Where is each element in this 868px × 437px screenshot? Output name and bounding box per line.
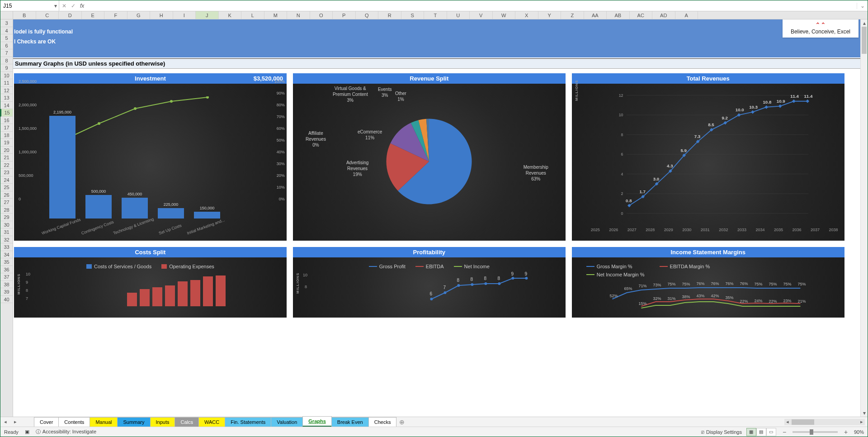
name-box-input[interactable] (3, 3, 56, 9)
col-header-V[interactable]: V (470, 11, 493, 19)
row-header-6[interactable]: 6 (0, 42, 13, 50)
col-header-U[interactable]: U (447, 11, 470, 19)
row-header-37[interactable]: 37 (0, 273, 13, 281)
col-header-E[interactable]: E (82, 11, 105, 19)
row-header-38[interactable]: 38 (0, 281, 13, 289)
col-header-N[interactable]: N (287, 11, 310, 19)
row-header-15[interactable]: 15 (0, 109, 13, 117)
macro-record-icon[interactable]: ▣ (25, 429, 29, 435)
col-header-T[interactable]: T (424, 11, 447, 19)
row-header-30[interactable]: 30 (0, 221, 13, 229)
row-header-9[interactable]: 9 (0, 64, 13, 72)
chart-total-revenues[interactable]: Total Revenues MILLIONS 0246810120.81.73… (572, 73, 844, 241)
row-header-8[interactable]: 8 (0, 57, 13, 65)
scroll-down-icon[interactable]: ▾ (861, 409, 868, 417)
col-header-Y[interactable]: Y (538, 11, 561, 19)
col-header-Q[interactable]: Q (356, 11, 379, 19)
sheet-tab-contents[interactable]: Contents (58, 417, 90, 427)
col-header-K[interactable]: K (219, 11, 242, 19)
sheet-tab-graphs[interactable]: Graphs (302, 416, 332, 427)
col-header-C[interactable]: C (36, 11, 59, 19)
col-header-S[interactable]: S (401, 11, 425, 19)
row-header-24[interactable]: 24 (0, 176, 13, 184)
row-header-7[interactable]: 7 (0, 49, 13, 57)
vscroll-thumb[interactable] (862, 27, 867, 54)
row-header-13[interactable]: 13 (0, 94, 13, 102)
hscroll-thumb[interactable] (792, 419, 814, 425)
chart-revenue-split[interactable]: Revenue Split MembershipRevenues63% Adve… (293, 73, 566, 241)
sheet-tab-valuation[interactable]: Valuation (271, 417, 303, 427)
row-header-20[interactable]: 20 (0, 147, 13, 154)
sheet-tab-checks[interactable]: Checks (368, 417, 397, 427)
formula-input[interactable] (87, 3, 857, 9)
row-header-5[interactable]: 5 (0, 34, 13, 42)
sheet-tab-manual[interactable]: Manual (90, 417, 118, 427)
row-header-40[interactable]: 40 (0, 296, 13, 304)
row-header-19[interactable]: 19 (0, 139, 13, 147)
sheet-tab-wacc[interactable]: WACC (198, 417, 225, 427)
vertical-scrollbar[interactable]: ▴ ▾ (860, 19, 868, 417)
row-header-16[interactable]: 16 (0, 117, 13, 124)
zoom-out-icon[interactable]: − (781, 428, 788, 436)
row-header-35[interactable]: 35 (0, 258, 13, 266)
col-header-R[interactable]: R (378, 11, 401, 19)
row-header-21[interactable]: 21 (0, 154, 13, 162)
col-header-G[interactable]: G (127, 11, 151, 19)
row-header-12[interactable]: 12 (0, 87, 13, 95)
accessibility-status[interactable]: ⓘAccessibility: Investigate (36, 428, 96, 435)
horizontal-scrollbar[interactable] (791, 419, 859, 425)
name-box-dropdown-icon[interactable]: ▾ (54, 3, 57, 9)
select-all-corner[interactable] (0, 11, 13, 19)
enter-icon[interactable]: ✓ (71, 3, 75, 9)
row-header-4[interactable]: 4 (0, 27, 13, 35)
tab-nav-next-icon[interactable]: ▸ (10, 417, 20, 427)
view-normal-icon[interactable]: ▦ (746, 428, 756, 436)
col-header-F[interactable]: F (104, 11, 127, 19)
col-header-AA[interactable]: AA (584, 11, 607, 19)
col-header-J[interactable]: J (196, 11, 219, 19)
row-header-32[interactable]: 32 (0, 236, 13, 244)
chart-margins[interactable]: Income Statement Margins Gross Margin % … (572, 247, 844, 318)
add-sheet-icon[interactable]: ⊕ (396, 417, 408, 427)
row-header-33[interactable]: 33 (0, 243, 13, 251)
row-header-18[interactable]: 18 (0, 132, 13, 139)
row-header-3[interactable]: 3 (0, 19, 13, 27)
hscroll-left-icon[interactable]: ◂ (784, 419, 791, 425)
col-header-O[interactable]: O (310, 11, 333, 19)
row-header-29[interactable]: 29 (0, 214, 13, 221)
col-header-A[interactable]: A (675, 11, 698, 19)
sheet-tab-inputs[interactable]: Inputs (150, 417, 175, 427)
col-header-B[interactable]: B (13, 11, 36, 19)
row-header-36[interactable]: 36 (0, 266, 13, 274)
sheet-tab-calcs[interactable]: Calcs (175, 417, 199, 427)
name-box[interactable]: ▾ (0, 0, 59, 11)
row-header-28[interactable]: 28 (0, 206, 13, 214)
scroll-up-icon[interactable]: ▴ (861, 19, 868, 27)
col-header-W[interactable]: W (493, 11, 516, 19)
col-header-I[interactable]: I (173, 11, 196, 19)
row-header-22[interactable]: 22 (0, 162, 13, 169)
row-header-14[interactable]: 14 (0, 102, 13, 109)
display-settings[interactable]: ⎚Display Settings (701, 429, 742, 435)
col-header-AC[interactable]: AC (630, 11, 653, 19)
fx-icon[interactable]: fx (80, 3, 84, 9)
row-header-23[interactable]: 23 (0, 169, 13, 176)
row-header-27[interactable]: 27 (0, 199, 13, 206)
row-header-17[interactable]: 17 (0, 124, 13, 132)
row-header-31[interactable]: 31 (0, 228, 13, 236)
col-header-X[interactable]: X (515, 11, 538, 19)
row-header-26[interactable]: 26 (0, 191, 13, 199)
view-page-break-icon[interactable]: ▭ (766, 428, 776, 436)
row-header-25[interactable]: 25 (0, 184, 13, 191)
zoom-in-icon[interactable]: + (842, 428, 849, 436)
sheet-tab-fin-statements[interactable]: Fin. Statements (225, 417, 271, 427)
col-header-D[interactable]: D (59, 11, 82, 19)
worksheet-grid[interactable]: lodel is fully functional l Checks are O… (13, 19, 868, 417)
col-header-H[interactable]: H (150, 11, 173, 19)
cancel-icon[interactable]: ✕ (62, 3, 66, 9)
col-header-AD[interactable]: AD (652, 11, 675, 19)
row-header-10[interactable]: 10 (0, 72, 13, 80)
row-header-34[interactable]: 34 (0, 251, 13, 259)
col-header-AB[interactable]: AB (607, 11, 630, 19)
col-header-P[interactable]: P (333, 11, 356, 19)
